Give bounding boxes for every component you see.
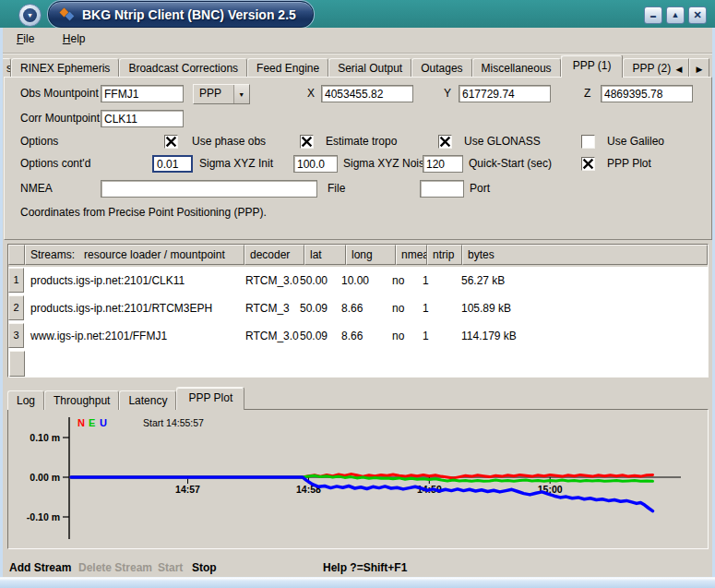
ppp-plot-checkbox[interactable] [581, 157, 595, 171]
row-header-stub [9, 351, 25, 377]
cell-lat: 50.09 [300, 322, 328, 350]
y-label: Y [444, 85, 451, 102]
cell-long: 8.66 [341, 322, 363, 350]
delete-stream-button[interactable]: Delete Stream [78, 561, 152, 574]
menu-file[interactable]: File [17, 32, 34, 45]
add-stream-button[interactable]: Add Stream [9, 561, 71, 574]
header-decoder[interactable]: decoder [244, 245, 304, 265]
title-pill[interactable]: BKG Ntrip Client (BNC) Version 2.5 [48, 1, 314, 28]
minimize-button[interactable]: ▬ [644, 6, 662, 24]
cell-long: 8.66 [341, 294, 363, 322]
cell-decoder: RTCM_3 [245, 294, 290, 322]
tab-label: RINEX Ephemeris [20, 62, 110, 75]
check-x-icon [439, 136, 451, 148]
legend-E: E [89, 417, 95, 428]
tab-label: Serial Output [338, 62, 402, 75]
bottom-tab-throughput[interactable]: Throughput [44, 390, 119, 410]
tab-s[interactable]: s [3, 58, 11, 78]
tab-outages[interactable]: Outages [411, 58, 471, 78]
window-title: BKG Ntrip Client (BNC) Version 2.5 [82, 7, 296, 22]
corr-mountpoint-input[interactable] [101, 110, 184, 127]
obs-mountpoint-input[interactable] [101, 85, 184, 102]
legend-U: U [100, 417, 107, 428]
streams-table-body: 1products.igs-ip.net:2101/CLK11RTCM_3.05… [8, 267, 708, 350]
tab-label: Outages [421, 62, 462, 75]
row-number[interactable]: 2 [8, 295, 24, 320]
header-nmea[interactable]: nmea [396, 245, 427, 265]
client-area: File Help sRINEX EphemerisBroadcast Corr… [3, 28, 712, 577]
x-label: X [307, 85, 315, 102]
tab-ppp-1[interactable]: PPP (1) [561, 55, 624, 78]
y-tick-label: 0.00 m [30, 472, 60, 483]
use-phase-obs-checkbox[interactable] [164, 135, 178, 149]
table-row[interactable]: 2products.igs-ip.net:2101/RTCM3EPHRTCM_3… [8, 294, 708, 322]
corner-header-cell[interactable] [8, 245, 25, 265]
close-button[interactable]: ✕ [688, 6, 707, 24]
bottom-tab-label: Throughput [54, 394, 110, 407]
options-contd-label: Options cont'd [20, 155, 90, 173]
tab-label: PPP (1) [573, 59, 612, 72]
tab-miscellaneous[interactable]: Miscellaneous [472, 58, 561, 78]
header-long[interactable]: long [346, 245, 396, 265]
y-tick-label: 0.10 m [30, 432, 60, 443]
quick-start-label: Quick-Start (sec) [469, 155, 552, 173]
window-frame: ▼ BKG Ntrip Client (BNC) Version 2.5 ▬ ▲… [0, 0, 715, 588]
start-button[interactable]: Start [158, 561, 183, 574]
x-tick-label: 14:57 [175, 484, 200, 495]
bottom-tab-ppp-plot[interactable]: PPP Plot [176, 387, 244, 410]
bottom-tab-latency[interactable]: Latency [119, 390, 176, 410]
tab-serial-output[interactable]: Serial Output [328, 58, 411, 78]
sigma-xyz-init-input[interactable] [152, 155, 193, 173]
quick-start-input[interactable] [423, 155, 463, 173]
mode-select-value: PPP [194, 85, 233, 103]
cell-nmea: no [392, 267, 404, 294]
header-bytes[interactable]: bytes [462, 245, 708, 265]
bottom-tab-log[interactable]: Log [7, 390, 44, 410]
use-glonass-checkbox[interactable] [438, 135, 452, 149]
nmea-file-input[interactable] [101, 180, 317, 198]
table-row[interactable]: 1products.igs-ip.net:2101/CLK11RTCM_3.05… [8, 267, 708, 294]
z-coordinate-input[interactable] [601, 85, 693, 102]
nmea-label: NMEA [20, 180, 53, 198]
window-menu-button[interactable]: ▼ [18, 4, 42, 27]
estimate-tropo-checkbox[interactable] [300, 135, 314, 149]
table-row[interactable]: 3www.igs-ip.net:2101/FFMJ1RTCM_3.050.098… [8, 322, 708, 350]
y-coordinate-input[interactable] [459, 85, 551, 102]
tab-broadcast-corrections[interactable]: Broadcast Corrections [119, 58, 247, 78]
use-galileo-checkbox[interactable] [581, 135, 595, 149]
maximize-icon: ▲ [672, 11, 680, 19]
header-ntrip[interactable]: ntrip [427, 245, 462, 265]
use-phase-obs-label: Use phase obs [192, 133, 266, 150]
sigma-xyz-noise-input[interactable] [293, 155, 338, 173]
ppp-plot-label: PPP Plot [607, 155, 651, 173]
menu-help[interactable]: Help [63, 32, 86, 45]
header-mountpoint[interactable]: Streams: resource loader / mountpoint [25, 245, 244, 265]
nmea-port-input[interactable] [420, 180, 464, 198]
estimate-tropo-label: Estimate tropo [326, 133, 397, 150]
maximize-button[interactable]: ▲ [666, 6, 685, 24]
plot-start-annotation: Start 14:55:57 [143, 417, 204, 428]
tab-label: Feed Engine [256, 62, 319, 75]
window-frame-bottom [0, 577, 715, 588]
tab-ppp-2[interactable]: PPP (2) [623, 58, 673, 78]
window-buttons: ▬ ▲ ✕ [644, 6, 707, 24]
dropdown-arrow-icon[interactable]: ▼ [233, 85, 249, 103]
cell-mountpoint: products.igs-ip.net:2101/CLK11 [30, 267, 185, 294]
use-glonass-label: Use GLONASS [464, 133, 541, 150]
tab-rinex-ephemeris[interactable]: RINEX Ephemeris [11, 58, 119, 78]
help-label[interactable]: Help ?=Shift+F1 [323, 561, 407, 574]
streams-table-header: Streams: resource loader / mountpoint de… [8, 245, 708, 267]
row-number[interactable]: 1 [8, 268, 24, 293]
chevron-down-icon: ▼ [23, 8, 37, 22]
file-label: File [328, 180, 345, 198]
check-x-icon [301, 136, 313, 148]
mode-select[interactable]: PPP ▼ [193, 84, 250, 104]
stop-button[interactable]: Stop [192, 561, 217, 574]
tab-feed-engine[interactable]: Feed Engine [247, 58, 328, 78]
row-number[interactable]: 3 [8, 323, 24, 348]
header-lat[interactable]: lat [304, 245, 346, 265]
cell-mountpoint: products.igs-ip.net:2101/RTCM3EPH [30, 294, 212, 322]
cell-mountpoint: www.igs-ip.net:2101/FFMJ1 [30, 322, 167, 350]
tab-label: Miscellaneous [482, 62, 552, 75]
x-coordinate-input[interactable] [321, 85, 413, 102]
